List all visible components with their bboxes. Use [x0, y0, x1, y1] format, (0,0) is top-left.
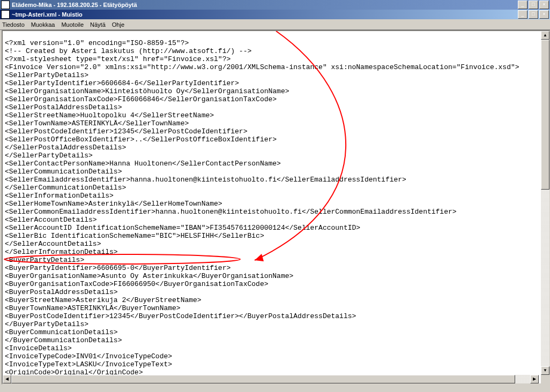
scroll-track-horizontal[interactable]: [11, 375, 530, 383]
notepad-icon: [1, 10, 10, 19]
close-button[interactable]: ×: [539, 1, 549, 9]
maximize-button[interactable]: □: [529, 1, 538, 9]
remote-desktop-title: Etädemo-Mika - 192.168.200.25 - Etätyöpö…: [12, 2, 518, 8]
horizontal-scrollbar[interactable]: ◀ ▶: [3, 375, 539, 383]
notepad-close-button[interactable]: ×: [539, 10, 549, 19]
notepad-titlebar: ~tmp-Asteri.xml - Muistio _ □ ×: [0, 10, 550, 19]
minimize-button[interactable]: _: [518, 1, 527, 9]
notepad-title: ~tmp-Asteri.xml - Muistio: [12, 11, 518, 18]
menu-edit[interactable]: Muokkaa: [31, 21, 55, 28]
notepad-menubar: Tiedosto Muokkaa Muotoile Näytä Ohje: [0, 19, 550, 30]
scroll-left-button[interactable]: ◀: [3, 375, 11, 383]
menu-help[interactable]: Ohje: [112, 21, 124, 28]
notepad-maximize-button[interactable]: □: [529, 10, 538, 19]
notepad-minimize-button[interactable]: _: [518, 10, 527, 19]
scroll-corner: [541, 375, 549, 383]
scroll-down-button[interactable]: ▼: [541, 366, 549, 375]
menu-file[interactable]: Tiedosto: [2, 21, 25, 28]
scroll-thumb-horizontal[interactable]: [11, 375, 515, 383]
scroll-thumb-vertical[interactable]: [541, 40, 549, 190]
scroll-up-button[interactable]: ▲: [541, 31, 549, 40]
notepad-content-area: <?xml version="1.0" encoding="ISO-8859-1…: [2, 30, 550, 385]
notepad-text[interactable]: <?xml version="1.0" encoding="ISO-8859-1…: [3, 38, 541, 385]
scroll-track-vertical[interactable]: [541, 40, 549, 366]
menu-view[interactable]: Näytä: [90, 21, 106, 28]
scroll-right-button[interactable]: ▶: [530, 375, 539, 383]
vertical-scrollbar[interactable]: ▲ ▼: [541, 31, 549, 375]
window-icon: [1, 1, 10, 9]
remote-desktop-titlebar: Etädemo-Mika - 192.168.200.25 - Etätyöpö…: [0, 0, 550, 10]
menu-format[interactable]: Muotoile: [61, 21, 84, 28]
